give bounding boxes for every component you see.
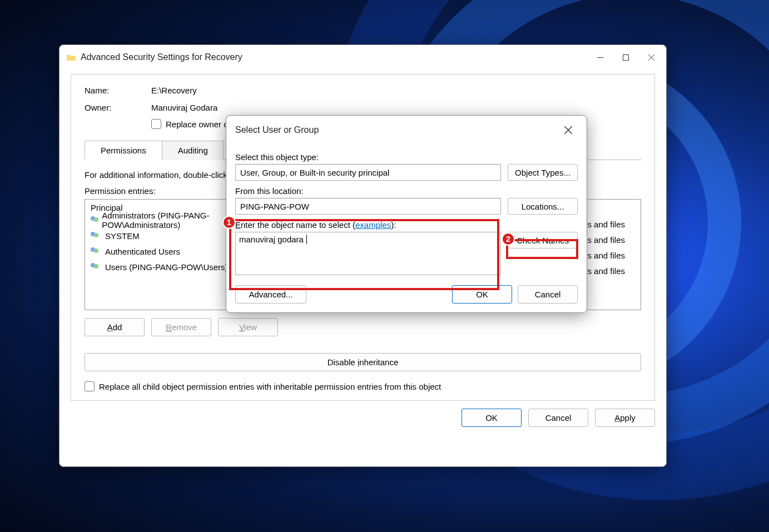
object-type-label: Select this object type: [235, 152, 578, 162]
remove-button[interactable]: RemoveRemove [151, 318, 211, 336]
name-value: E:\Recovery [151, 86, 641, 95]
dialog-close-button[interactable] [555, 121, 581, 139]
minimize-button[interactable] [587, 48, 613, 66]
principal-name: SYSTEM [105, 231, 140, 241]
dialog-title: Select User or Group [235, 125, 555, 135]
replace-child-label: Replace all child object permission entr… [99, 382, 441, 391]
close-button[interactable] [638, 48, 664, 66]
tab-permissions[interactable]: Permissions [85, 141, 162, 160]
replace-child-checkbox[interactable]: Replace all child object permission entr… [85, 381, 641, 391]
name-label: Name: [85, 86, 151, 95]
owner-label: Owner: [85, 103, 151, 112]
checkbox-box [85, 381, 95, 391]
disable-inheritance-button[interactable]: Disable inheritanceDisable inheritance [85, 353, 641, 371]
callout-badge-2: 2 [502, 232, 515, 246]
from-location-label: From this location: [235, 186, 578, 196]
enter-object-name-label: Enter the object name to select (example… [235, 220, 578, 230]
view-button[interactable]: ViewView [218, 318, 278, 336]
locations-button[interactable]: Locations... [508, 198, 578, 215]
tab-auditing[interactable]: Auditing [162, 141, 224, 160]
principal-name: Authenticated Users [105, 247, 180, 256]
cancel-button[interactable]: Cancel [528, 409, 588, 427]
object-types-button[interactable]: Object Types... [508, 164, 578, 181]
principal-name: Users (PING-PANG-POW\Users) [105, 262, 228, 272]
add-button[interactable]: AAdddd [85, 318, 145, 336]
object-type-field: User, Group, or Built-in security princi… [235, 164, 501, 181]
check-names-button[interactable]: Check Names [508, 232, 578, 248]
group-icon [91, 263, 102, 271]
ok-button[interactable]: OK [462, 409, 522, 427]
group-icon [91, 247, 102, 255]
group-icon [91, 232, 102, 240]
callout-badge-1: 1 [222, 216, 236, 229]
folder-icon [66, 53, 76, 61]
owner-value: Manuviraj Godara [151, 103, 641, 112]
maximize-button[interactable] [613, 48, 638, 66]
window-title: Advanced Security Settings for Recovery [81, 52, 587, 62]
dialog-ok-button[interactable]: OK [452, 285, 512, 304]
examples-link[interactable]: examples [355, 220, 391, 230]
dialog-cancel-button[interactable]: Cancel [518, 285, 578, 304]
apply-button[interactable]: ApplyApply [595, 409, 655, 427]
from-location-field: PING-PANG-POW [235, 198, 501, 215]
titlebar: Advanced Security Settings for Recovery [59, 45, 666, 69]
svg-rect-1 [623, 54, 628, 60]
object-name-input[interactable]: manuviraj godara [235, 232, 501, 275]
group-icon [91, 216, 98, 224]
advanced-button[interactable]: Advanced... [235, 285, 306, 304]
select-user-group-dialog: Select User or Group Select this object … [226, 115, 587, 313]
checkbox-box [151, 119, 161, 129]
principal-name: Administrators (PING-PANG-POW\Administra… [102, 211, 235, 230]
